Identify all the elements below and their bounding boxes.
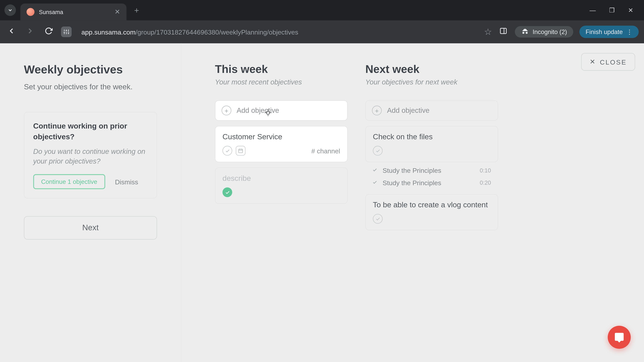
column-title: Next week bbox=[365, 63, 498, 76]
svg-rect-9 bbox=[500, 28, 506, 34]
check-icon bbox=[372, 166, 377, 174]
finish-update-label: Finish update bbox=[586, 28, 623, 35]
subtask-list: Study the Principles 0:10 Study the Prin… bbox=[365, 164, 498, 189]
close-label: CLOSE bbox=[600, 58, 627, 66]
column-title: This week bbox=[215, 63, 348, 76]
close-tab-icon[interactable]: ✕ bbox=[114, 8, 120, 16]
close-icon: ✕ bbox=[590, 58, 596, 66]
subtask-time: 0:10 bbox=[480, 167, 491, 174]
back-button[interactable] bbox=[5, 26, 18, 37]
bookmark-star-icon[interactable]: ☆ bbox=[484, 26, 492, 37]
column-subtitle: Your most recent objectives bbox=[215, 78, 348, 86]
card-title: describe bbox=[222, 174, 340, 183]
prior-objectives-card: Continue working on prior objectives? Do… bbox=[24, 112, 157, 199]
complete-toggle[interactable] bbox=[222, 146, 232, 156]
incognito-indicator[interactable]: Incognito (2) bbox=[515, 26, 573, 38]
intercom-launcher[interactable] bbox=[608, 326, 631, 349]
browser-tab[interactable]: Sunsama ✕ bbox=[20, 3, 126, 20]
add-objective-button[interactable]: + Add objective bbox=[365, 100, 498, 121]
complete-toggle[interactable] bbox=[373, 146, 382, 156]
objective-card[interactable]: To be able to create a vlog content bbox=[365, 194, 498, 230]
browser-toolbar: app.sunsama.com/group/17031827644696380/… bbox=[0, 20, 644, 43]
card-title: Customer Service bbox=[222, 133, 340, 141]
browser-tabbar: Sunsama ✕ ＋ ― ❐ ✕ bbox=[0, 0, 644, 20]
minimize-button[interactable]: ― bbox=[590, 7, 596, 14]
maximize-button[interactable]: ❐ bbox=[609, 7, 615, 14]
menu-dots-icon: ⋮ bbox=[626, 28, 632, 35]
channel-tag[interactable]: # channel bbox=[312, 147, 340, 155]
plus-icon: + bbox=[222, 106, 231, 115]
dismiss-button[interactable]: Dismiss bbox=[115, 178, 138, 186]
forward-button[interactable] bbox=[24, 26, 36, 37]
board: This week Your most recent objectives + … bbox=[181, 43, 644, 362]
address-bar[interactable]: app.sunsama.com/group/17031827644696380/… bbox=[78, 28, 478, 35]
new-tab-button[interactable]: ＋ bbox=[133, 5, 140, 15]
site-settings-button[interactable] bbox=[61, 26, 72, 37]
prompt-desc: Do you want to continue working on your … bbox=[33, 147, 148, 166]
subtask-label: Study the Principles bbox=[382, 179, 474, 186]
prompt-title: Continue working on prior objectives? bbox=[33, 121, 148, 142]
card-title: To be able to create a vlog content bbox=[373, 201, 490, 210]
check-icon bbox=[372, 178, 377, 186]
objective-card[interactable]: Check on the files bbox=[365, 126, 498, 162]
subtask-row[interactable]: Study the Principles 0:20 bbox=[365, 176, 498, 189]
close-planning-button[interactable]: ✕ CLOSE bbox=[581, 53, 635, 70]
column-subtitle: Your objectives for next week bbox=[365, 78, 498, 86]
subtask-time: 0:20 bbox=[480, 179, 491, 186]
sunsama-favicon bbox=[26, 8, 34, 16]
continue-objectives-button[interactable]: Continue 1 objective bbox=[33, 174, 105, 189]
complete-toggle[interactable] bbox=[373, 214, 382, 224]
next-label: Next bbox=[82, 223, 99, 233]
add-objective-label: Add objective bbox=[237, 107, 279, 114]
reload-button[interactable] bbox=[42, 27, 55, 37]
column-next-week: Next week Your objectives for next week … bbox=[365, 63, 498, 362]
svg-rect-12 bbox=[239, 149, 243, 153]
subtask-row[interactable]: Study the Principles 0:10 bbox=[365, 164, 498, 176]
sidebar: Weekly objectives Set your objectives fo… bbox=[0, 43, 181, 362]
date-icon[interactable] bbox=[236, 146, 246, 156]
card-title: Check on the files bbox=[373, 133, 490, 141]
plus-icon: + bbox=[372, 106, 382, 115]
tab-search-button[interactable] bbox=[4, 4, 16, 16]
close-window-button[interactable]: ✕ bbox=[628, 7, 634, 14]
complete-toggle[interactable] bbox=[222, 187, 232, 197]
subtask-label: Study the Principles bbox=[382, 166, 474, 174]
objective-card[interactable]: describe bbox=[215, 168, 348, 204]
sidepanel-icon[interactable] bbox=[498, 27, 509, 37]
add-objective-button[interactable]: + Add objective bbox=[215, 100, 348, 121]
url-text: app.sunsama.com/group/17031827644696380/… bbox=[81, 28, 298, 35]
app-viewport: ✕ CLOSE Weekly objectives Set your objec… bbox=[0, 43, 644, 362]
column-this-week: This week Your most recent objectives + … bbox=[215, 63, 348, 362]
finish-update-button[interactable]: Finish update ⋮ bbox=[580, 26, 639, 38]
window-controls: ― ❐ ✕ bbox=[590, 7, 640, 14]
page-subtitle: Set your objectives for the week. bbox=[24, 83, 157, 91]
page-title: Weekly objectives bbox=[24, 63, 157, 77]
incognito-label: Incognito (2) bbox=[533, 28, 567, 35]
objective-card[interactable]: Customer Service # channel bbox=[215, 126, 348, 162]
add-objective-label: Add objective bbox=[387, 107, 430, 114]
tab-title: Sunsama bbox=[39, 8, 110, 15]
next-button[interactable]: Next bbox=[24, 216, 157, 240]
